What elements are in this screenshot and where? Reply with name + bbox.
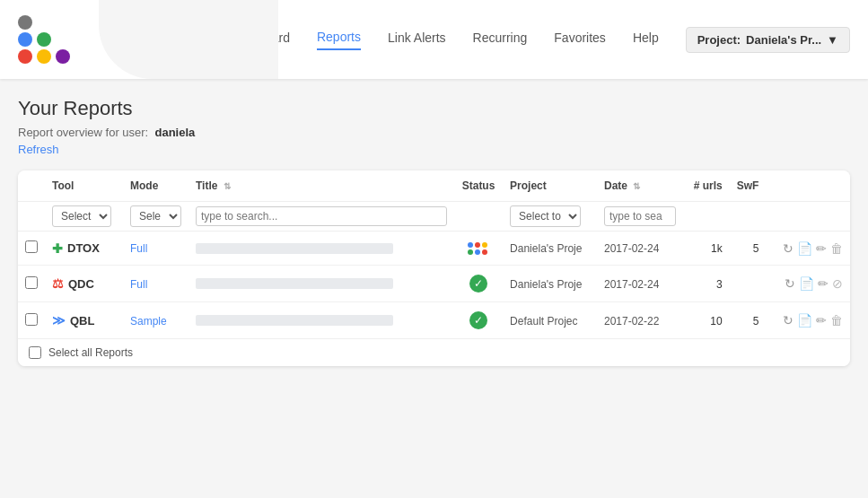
header: Welcome Dashboard Reports Link Alerts Re… <box>0 0 868 79</box>
row-mode: Sample <box>123 302 189 339</box>
delete-icon[interactable]: ⊘ <box>832 276 843 291</box>
filter-mode[interactable]: Sele <box>123 202 189 232</box>
status-check-icon: ✓ <box>469 311 487 329</box>
row-checkbox[interactable] <box>25 240 38 253</box>
col-status: Status <box>454 170 503 202</box>
project-selector[interactable]: Project: Daniela's Pr... ▼ <box>686 27 850 53</box>
urls-value: 3 <box>716 278 723 291</box>
row-urls: 10 <box>683 302 730 339</box>
table-row: ⚖ QDC Full ✓ Daniela's Proje 2017-02-24 … <box>18 266 850 302</box>
title-search-input[interactable] <box>196 206 447 226</box>
row-mode: Full <box>123 266 189 302</box>
row-checkbox[interactable] <box>25 276 38 289</box>
page-title: Your Reports <box>18 97 850 120</box>
title-blurred <box>196 315 393 326</box>
table-filter-row: Select Sele Select to <box>18 202 850 232</box>
row-status <box>454 232 503 266</box>
logo <box>18 15 70 64</box>
delete-icon[interactable]: 🗑 <box>830 241 843 256</box>
subtitle-prefix: Report overview for user: <box>18 126 148 139</box>
header-curve <box>99 0 278 79</box>
row-checkbox[interactable] <box>25 313 38 326</box>
edit-icon[interactable]: ✏ <box>816 313 827 328</box>
refresh-icon[interactable]: ↻ <box>783 313 793 328</box>
col-date[interactable]: Date ⇅ <box>597 170 683 202</box>
tool-filter-select[interactable]: Select <box>52 205 111 227</box>
document-icon[interactable]: 📄 <box>797 313 812 328</box>
title-blurred <box>196 278 393 289</box>
row-swf: 5 <box>730 302 767 339</box>
row-checkbox-cell <box>18 232 45 266</box>
tool-name: DTOX <box>67 241 100 255</box>
refresh-link[interactable]: Refresh <box>18 143 59 156</box>
status-dots <box>468 242 489 255</box>
swf-value: 5 <box>753 315 759 328</box>
row-urls: 3 <box>683 266 730 302</box>
select-all-checkbox[interactable] <box>29 346 41 359</box>
row-project: Default Projec <box>503 302 597 339</box>
row-title <box>189 232 454 266</box>
row-urls: 1k <box>683 232 730 266</box>
filter-swf <box>730 202 767 232</box>
delete-icon[interactable]: 🗑 <box>830 313 843 328</box>
col-urls: # urls <box>683 170 730 202</box>
nav-link-alerts[interactable]: Link Alerts <box>388 31 446 49</box>
row-tool: ✚ DTOX <box>45 232 123 266</box>
mode-filter-select[interactable]: Sele <box>130 205 181 227</box>
row-tool: ≫ QBL <box>45 302 123 339</box>
refresh-icon[interactable]: ↻ <box>785 276 795 291</box>
project-filter-select[interactable]: Select to <box>510 205 581 227</box>
mode-text: Full <box>130 278 147 291</box>
chevron-down-icon: ▼ <box>827 33 838 47</box>
refresh-icon[interactable]: ↻ <box>783 241 793 256</box>
filter-tool[interactable]: Select <box>45 202 123 232</box>
col-mode: Mode <box>123 170 189 202</box>
table-row: ✚ DTOX Full Daniela's Proje 2017-02-24 1… <box>18 232 850 266</box>
row-title <box>189 302 454 339</box>
project-label: Project: <box>697 33 741 47</box>
main-content: Your Reports Report overview for user: d… <box>0 79 868 375</box>
logo-dot-yellow <box>37 49 51 64</box>
logo-dot-blue <box>18 32 32 47</box>
logo-dot-purple <box>56 49 70 64</box>
edit-icon[interactable]: ✏ <box>818 276 829 291</box>
qdc-icon: ⚖ <box>52 276 64 291</box>
filter-title[interactable] <box>189 202 454 232</box>
document-icon[interactable]: 📄 <box>797 241 812 256</box>
document-icon[interactable]: 📄 <box>799 276 814 291</box>
select-all-label: Select all Reports <box>48 346 133 359</box>
row-date: 2017-02-22 <box>597 302 683 339</box>
date-search-input[interactable] <box>604 206 676 226</box>
col-actions <box>766 170 850 202</box>
project-value: Daniela's Pr... <box>746 33 821 47</box>
row-actions: ↻ 📄 ✏ 🗑 <box>766 232 850 266</box>
page-subtitle: Report overview for user: daniela <box>18 126 850 139</box>
reports-tbody: ✚ DTOX Full Daniela's Proje 2017-02-24 1… <box>18 232 850 339</box>
col-swf: SwF <box>730 170 767 202</box>
row-checkbox-cell <box>18 266 45 302</box>
row-status: ✓ <box>454 266 503 302</box>
urls-value: 1k <box>711 242 723 255</box>
filter-date[interactable] <box>597 202 683 232</box>
table-header-row: Tool Mode Title ⇅ Status Project Date ⇅ … <box>18 170 850 202</box>
mode-text: Sample <box>130 315 167 328</box>
nav-favorites[interactable]: Favorites <box>554 31 606 49</box>
logo-dot-gray <box>18 15 32 30</box>
dtox-icon: ✚ <box>52 241 63 256</box>
nav-help[interactable]: Help <box>633 31 659 49</box>
logo-dot-green <box>37 32 51 47</box>
row-title <box>189 266 454 302</box>
row-actions: ↻ 📄 ✏ 🗑 <box>766 302 850 339</box>
filter-project[interactable]: Select to <box>503 202 597 232</box>
col-title[interactable]: Title ⇅ <box>189 170 454 202</box>
swf-value: 5 <box>753 242 759 255</box>
project-name: Daniela's Proje <box>510 278 582 291</box>
row-actions: ↻ 📄 ✏ ⊘ <box>766 266 850 302</box>
col-project: Project <box>503 170 597 202</box>
filter-status <box>454 202 503 232</box>
edit-icon[interactable]: ✏ <box>816 241 827 256</box>
nav-reports[interactable]: Reports <box>317 30 361 50</box>
filter-cb <box>18 202 45 232</box>
nav-recurring[interactable]: Recurring <box>473 31 528 49</box>
tool-name: QBL <box>70 314 94 328</box>
